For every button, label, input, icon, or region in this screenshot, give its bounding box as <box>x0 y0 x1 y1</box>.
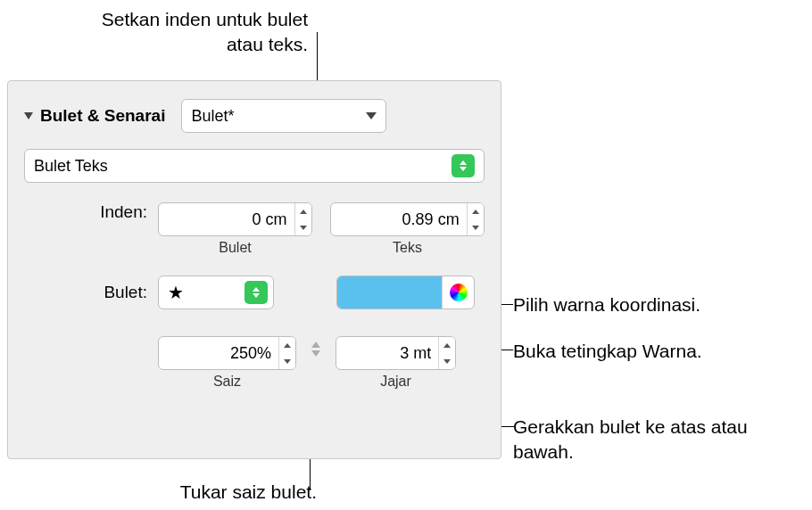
chevron-down-icon <box>366 112 377 119</box>
indent-text-stepper[interactable] <box>330 202 485 236</box>
stepper-buttons[interactable] <box>438 337 455 369</box>
align-sublabel: Jajar <box>336 374 456 390</box>
callout-color-window: Buka tetingkap Warna. <box>513 339 808 364</box>
list-style-select[interactable]: Bulet* <box>181 99 386 133</box>
size-sublabel: Saiz <box>158 374 296 390</box>
bullet-label: Bulet: <box>24 283 158 302</box>
stepper-down-button[interactable] <box>468 219 484 235</box>
stepper-up-button[interactable] <box>279 337 295 353</box>
color-well <box>336 276 475 309</box>
stepper-buttons[interactable] <box>467 203 484 235</box>
stepper-down-button[interactable] <box>439 353 455 369</box>
size-input[interactable] <box>159 337 278 369</box>
stepper-down-button[interactable] <box>295 219 311 235</box>
stepper-down-button[interactable] <box>279 353 295 369</box>
callout-indent: Setkan inden untuk bulet atau teks. <box>67 7 308 58</box>
stepper-arrows-icon <box>452 154 475 177</box>
callout-align: Gerakkan bulet ke atas atau bawah. <box>513 415 808 465</box>
indent-text-input[interactable] <box>331 203 467 235</box>
section-title[interactable]: Bulet & Senarai <box>24 106 165 126</box>
indent-text-sublabel: Teks <box>330 240 485 256</box>
align-stepper[interactable] <box>336 336 456 370</box>
section-title-label: Bulet & Senarai <box>40 106 165 126</box>
star-icon: ★ <box>168 282 184 303</box>
bullet-type-value: Bulet Teks <box>34 157 108 176</box>
bullet-glyph-select[interactable]: ★ <box>158 276 274 309</box>
callout-color-swatch: Pilih warna koordinasi. <box>513 292 808 317</box>
color-wheel-icon <box>450 284 468 301</box>
callout-size: Tukar saiz bulet. <box>143 480 317 505</box>
size-stepper[interactable] <box>158 336 296 370</box>
indent-bullet-input[interactable] <box>159 203 294 235</box>
indent-bullet-sublabel: Bulet <box>158 240 312 256</box>
stepper-arrows-icon <box>244 281 268 304</box>
color-swatch[interactable] <box>337 276 442 308</box>
stepper-up-button[interactable] <box>439 337 455 353</box>
stepper-buttons[interactable] <box>278 337 295 369</box>
vertical-align-icon <box>305 341 327 357</box>
bullets-lists-panel: Bulet & Senarai Bulet* Bulet Teks Inden: <box>7 80 501 459</box>
stepper-up-button[interactable] <box>295 203 311 219</box>
stepper-buttons[interactable] <box>294 203 311 235</box>
disclosure-triangle-icon <box>24 112 33 119</box>
list-style-value: Bulet* <box>191 107 234 126</box>
stepper-up-button[interactable] <box>468 203 484 219</box>
color-picker-button[interactable] <box>442 276 474 308</box>
indent-label: Inden: <box>24 202 158 222</box>
indent-bullet-stepper[interactable] <box>158 202 312 236</box>
bullet-type-select[interactable]: Bulet Teks <box>24 149 485 183</box>
align-input[interactable] <box>336 337 438 369</box>
